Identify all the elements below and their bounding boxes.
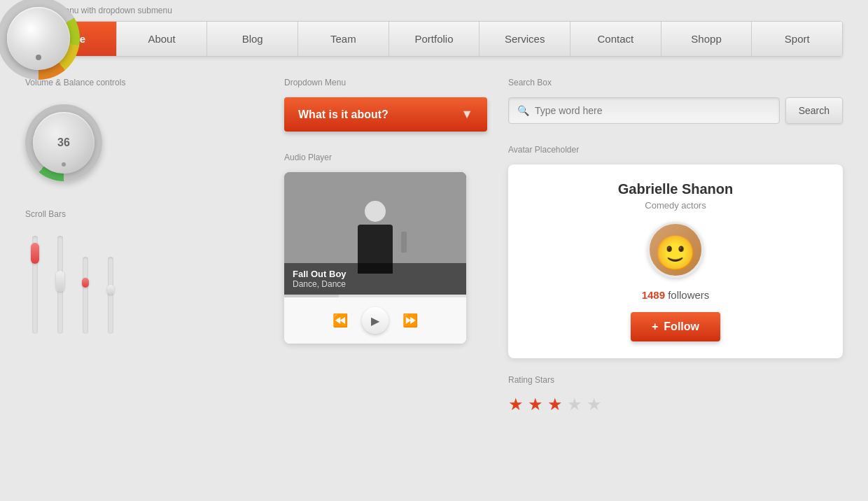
followers-count-display: 1489 followers — [522, 289, 829, 301]
follow-button[interactable]: + Follow — [631, 312, 720, 341]
knob-indicator-dot — [36, 55, 41, 60]
star-3[interactable]: ★ — [547, 395, 563, 414]
nav-item-services[interactable]: Services — [479, 22, 570, 56]
track-info: Fall Out Boy Dance, Dance — [284, 263, 466, 295]
rewind-button[interactable]: ⏪ — [332, 313, 348, 328]
nav-item-team[interactable]: Team — [298, 22, 389, 56]
dropdown-arrow-icon: ▼ — [461, 107, 473, 122]
dropdown-button[interactable]: What is it about? ▼ — [284, 97, 487, 132]
nav-item-shopp[interactable]: Shopp — [662, 22, 752, 56]
follow-plus-icon: + — [652, 320, 658, 333]
nav-item-sport[interactable]: Sport — [752, 22, 842, 56]
nav-item-blog[interactable]: Blog — [207, 22, 298, 56]
followers-text: followers — [665, 289, 709, 301]
scrollbars-label: Scroll Bars — [25, 209, 263, 219]
avatar-face-icon: 🙂 — [654, 237, 696, 270]
star-5[interactable]: ★ — [587, 395, 602, 414]
avatar-image: 🙂 — [648, 222, 704, 278]
search-input[interactable] — [535, 105, 771, 116]
nav-item-about[interactable]: About — [117, 22, 208, 56]
volume-knob[interactable] — [0, 0, 80, 80]
scrollbar-2[interactable] — [57, 236, 63, 334]
star-2[interactable]: ★ — [528, 395, 543, 414]
search-button[interactable]: Search — [785, 97, 843, 124]
search-input-wrap: 🔍 — [508, 97, 780, 124]
scrollbar-3[interactable] — [83, 257, 88, 334]
rating-label: Rating Stars — [508, 375, 843, 385]
balance-knob[interactable]: 36 — [25, 104, 102, 181]
page-title: Website Menu with dropdown submenu — [0, 0, 868, 21]
nav-item-portfolio[interactable]: Portfolio — [389, 22, 480, 56]
scrollbar-4[interactable] — [108, 257, 113, 334]
dropdown-btn-text: What is it about? — [298, 108, 388, 121]
fast-forward-button[interactable]: ⏩ — [402, 313, 418, 328]
star-4[interactable]: ★ — [567, 395, 582, 414]
audio-player: Fall Out Boy Dance, Dance ⏪ ▶ ⏩ — [284, 172, 466, 344]
followers-number: 1489 — [642, 289, 665, 301]
nav-item-contact[interactable]: Contact — [570, 22, 662, 56]
avatar-label: Avatar Placeholder — [508, 145, 843, 155]
play-button[interactable]: ▶ — [362, 307, 388, 334]
follow-btn-text: Follow — [664, 320, 699, 333]
dropdown-label: Dropdown Menu — [284, 78, 487, 87]
audio-player-label: Audio Player — [284, 153, 487, 162]
nav-bar: Home About Blog Team Portfolio Services … — [25, 21, 843, 57]
audio-controls: ⏪ ▶ ⏩ — [284, 297, 466, 344]
search-icon: 🔍 — [517, 105, 529, 116]
avatar-subtitle: Comedy actors — [522, 200, 829, 211]
track-sub: Dance, Dance — [293, 279, 458, 289]
star-1[interactable]: ★ — [508, 395, 524, 414]
audio-cover: Fall Out Boy Dance, Dance — [284, 172, 466, 295]
search-box-label: Search Box — [508, 78, 843, 87]
scrollbar-1[interactable] — [32, 236, 38, 334]
balance-value: 36 — [57, 136, 70, 149]
avatar-name: Gabrielle Shanon — [522, 181, 829, 197]
volume-balance-label: Volume & Balance controls — [25, 78, 263, 87]
avatar-card: Gabrielle Shanon Comedy actors 🙂 1489 fo… — [508, 164, 843, 358]
track-name: Fall Out Boy — [293, 269, 458, 279]
balance-indicator-dot — [62, 162, 66, 167]
stars-container: ★ ★ ★ ★ ★ — [508, 395, 843, 414]
